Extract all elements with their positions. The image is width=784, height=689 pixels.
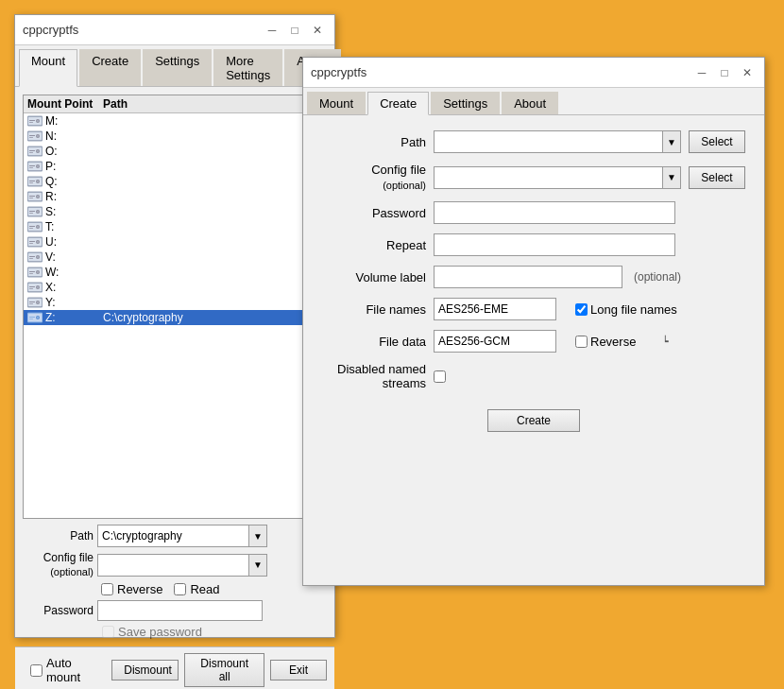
drive-item[interactable]: Z:C:\cryptography — [24, 310, 326, 325]
svg-rect-29 — [29, 182, 33, 183]
drive-item[interactable]: W: — [24, 265, 326, 280]
drive-item[interactable]: R: — [24, 189, 326, 204]
mount-form: Path ▼ Config file (optional) ▼ — [23, 525, 327, 639]
main-maximize-btn[interactable]: □ — [285, 21, 304, 40]
tab-more-settings[interactable]: More Settings — [213, 49, 282, 86]
drive-item[interactable]: T: — [24, 219, 326, 234]
svg-point-45 — [37, 226, 39, 228]
create-repeat-input[interactable] — [434, 233, 675, 256]
svg-rect-17 — [29, 152, 33, 153]
svg-point-39 — [37, 211, 39, 213]
svg-rect-76 — [29, 301, 35, 302]
create-config-dropdown-btn[interactable]: ▼ — [662, 166, 681, 189]
create-filedata-select[interactable]: AES256-GCM AES256-CBC — [434, 330, 556, 353]
create-config-row: Config file (optional) ▼ Select — [322, 163, 745, 192]
drive-item[interactable]: Q: — [24, 174, 326, 189]
cursor-indicator: ┕ — [662, 336, 669, 348]
create-tab-settings[interactable]: Settings — [431, 92, 500, 114]
create-streams-label: Disabled named streams — [322, 362, 426, 390]
tab-create[interactable]: Create — [79, 49, 141, 86]
col-header-path: Path — [103, 97, 322, 111]
main-titlebar-controls: ─ □ ✕ — [263, 21, 327, 40]
config-row: Config file (optional) ▼ — [23, 551, 327, 578]
password-label: Password — [23, 604, 94, 617]
config-input[interactable] — [97, 554, 248, 577]
path-dropdown-btn[interactable]: ▼ — [248, 525, 267, 547]
drive-item[interactable]: N: — [24, 129, 326, 144]
drive-list[interactable]: Mount Point Path M: N: O: — [23, 95, 327, 519]
main-minimize-btn[interactable]: ─ — [263, 21, 281, 40]
create-submit-btn[interactable]: Create — [487, 409, 580, 432]
create-config-label-text: Config file — [371, 163, 426, 177]
create-tab-about[interactable]: About — [502, 92, 558, 114]
svg-point-33 — [37, 196, 39, 198]
save-password-checkbox[interactable] — [102, 626, 114, 638]
drive-hdd-icon — [27, 191, 43, 202]
svg-rect-77 — [29, 303, 33, 304]
create-tab-create[interactable]: Create — [367, 92, 429, 115]
create-close-btn[interactable]: ✕ — [738, 63, 757, 82]
drive-item[interactable]: P: — [24, 159, 326, 174]
exit-btn[interactable]: Exit — [270, 660, 327, 680]
svg-rect-52 — [29, 241, 35, 242]
create-filenames-select[interactable]: AES256-EME AES256-CBC AES256-SIV — [434, 298, 556, 320]
readonly-checkbox-wrap[interactable]: Read — [174, 582, 219, 596]
svg-rect-28 — [29, 181, 35, 181]
svg-rect-11 — [29, 137, 33, 138]
svg-rect-46 — [29, 226, 35, 227]
drive-item[interactable]: M: — [24, 113, 326, 129]
save-password-label: Save password — [118, 625, 202, 639]
create-reverse-checkbox[interactable] — [575, 336, 588, 348]
readonly-checkbox[interactable] — [174, 583, 186, 595]
drive-mp: Y: — [27, 296, 103, 309]
tab-settings[interactable]: Settings — [143, 49, 212, 86]
long-filenames-wrap[interactable]: Long file names — [575, 302, 677, 317]
drive-items-container: M: N: O: P: Q: — [24, 113, 326, 325]
config-optional-label: (optional) — [50, 566, 94, 577]
drive-item[interactable]: U: — [24, 234, 326, 250]
create-tab-mount[interactable]: Mount — [307, 92, 366, 114]
main-window: cppcryptfs ─ □ ✕ Mount Create Settings M… — [14, 14, 335, 638]
svg-point-21 — [37, 165, 39, 167]
reverse-checkbox-wrap[interactable]: Reverse — [101, 582, 162, 596]
svg-rect-22 — [29, 165, 35, 166]
drive-item[interactable]: S: — [24, 204, 326, 219]
auto-mount-checkbox[interactable] — [30, 664, 43, 677]
config-dropdown-btn[interactable]: ▼ — [248, 554, 267, 577]
create-volume-input[interactable] — [434, 266, 622, 288]
main-close-btn[interactable]: ✕ — [308, 21, 327, 40]
dismount-btn[interactable]: Dismount — [111, 660, 179, 680]
long-filenames-checkbox[interactable] — [575, 303, 588, 316]
drive-mp: O: — [27, 145, 103, 158]
create-password-input[interactable] — [434, 201, 675, 224]
path-input[interactable] — [97, 525, 248, 547]
create-password-label: Password — [322, 206, 426, 220]
path-input-wrap: ▼ — [97, 525, 267, 547]
create-config-select-btn[interactable]: Select — [689, 166, 745, 189]
create-path-input[interactable] — [434, 130, 662, 153]
create-reverse-label: Reverse — [590, 335, 636, 349]
drive-mp: W: — [27, 266, 103, 279]
drive-item[interactable]: Y: — [24, 295, 326, 310]
password-input[interactable] — [97, 600, 263, 621]
drive-item[interactable]: V: — [24, 250, 326, 265]
dismount-all-btn[interactable]: Dismount all — [184, 653, 264, 687]
create-titlebar: cppcryptfs ─ □ ✕ — [303, 58, 764, 88]
svg-point-75 — [37, 301, 39, 303]
reverse-wrap[interactable]: Reverse — [575, 335, 636, 349]
reverse-checkbox[interactable] — [101, 583, 113, 595]
drive-item[interactable]: X: — [24, 280, 326, 295]
create-maximize-btn[interactable]: □ — [715, 63, 734, 82]
drive-mp: N: — [27, 129, 103, 143]
save-password-wrap[interactable]: Save password — [102, 625, 202, 639]
create-streams-checkbox[interactable] — [434, 370, 446, 383]
create-config-input[interactable] — [434, 166, 662, 189]
create-path-dropdown-btn[interactable]: ▼ — [662, 130, 681, 153]
auto-mount-wrap[interactable]: Auto mount — [30, 656, 100, 684]
tab-mount[interactable]: Mount — [19, 49, 77, 87]
svg-point-9 — [37, 135, 39, 137]
create-minimize-btn[interactable]: ─ — [692, 63, 711, 82]
create-path-select-btn[interactable]: Select — [689, 130, 745, 153]
drive-item[interactable]: O: — [24, 144, 326, 159]
create-path-row: Path ▼ Select — [322, 130, 745, 153]
